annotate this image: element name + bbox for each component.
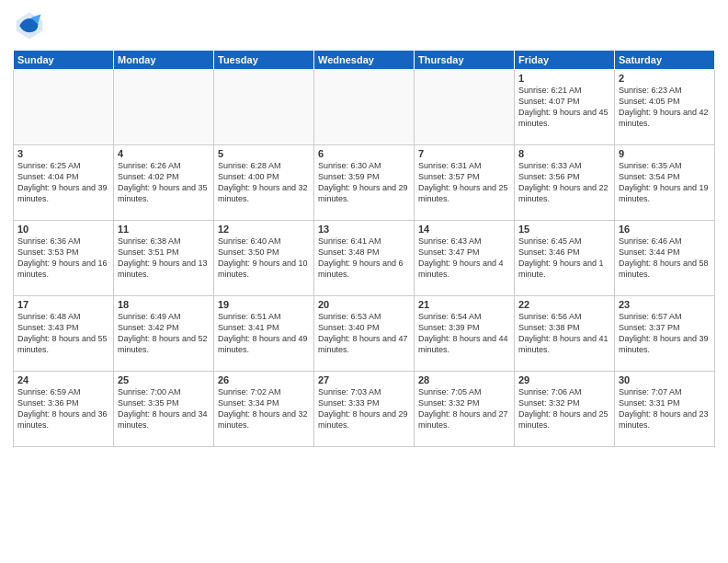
- day-info: Sunrise: 6:45 AM Sunset: 3:46 PM Dayligh…: [518, 236, 610, 281]
- calendar-cell: 15Sunrise: 6:45 AM Sunset: 3:46 PM Dayli…: [515, 221, 615, 296]
- calendar-cell: 6Sunrise: 6:30 AM Sunset: 3:59 PM Daylig…: [314, 145, 415, 221]
- day-number: 8: [518, 148, 610, 159]
- day-info: Sunrise: 6:49 AM Sunset: 3:42 PM Dayligh…: [118, 311, 210, 356]
- header: [13, 9, 715, 42]
- calendar-cell: 9Sunrise: 6:35 AM Sunset: 3:54 PM Daylig…: [615, 145, 715, 221]
- calendar-cell: 2Sunrise: 6:23 AM Sunset: 4:05 PM Daylig…: [615, 70, 715, 145]
- calendar-table: SundayMondayTuesdayWednesdayThursdayFrid…: [13, 50, 715, 447]
- day-number: 27: [318, 374, 410, 385]
- day-info: Sunrise: 6:56 AM Sunset: 3:38 PM Dayligh…: [518, 311, 610, 356]
- day-number: 3: [17, 148, 109, 159]
- day-number: 21: [418, 299, 510, 310]
- calendar-cell: 18Sunrise: 6:49 AM Sunset: 3:42 PM Dayli…: [114, 296, 214, 372]
- calendar-cell: 28Sunrise: 7:05 AM Sunset: 3:32 PM Dayli…: [415, 372, 515, 447]
- day-info: Sunrise: 6:28 AM Sunset: 4:00 PM Dayligh…: [218, 160, 310, 205]
- day-number: 25: [118, 374, 210, 385]
- day-number: 14: [418, 224, 510, 235]
- day-info: Sunrise: 6:35 AM Sunset: 3:54 PM Dayligh…: [619, 160, 711, 205]
- calendar-cell: 11Sunrise: 6:38 AM Sunset: 3:51 PM Dayli…: [114, 221, 214, 296]
- calendar-cell: 24Sunrise: 6:59 AM Sunset: 3:36 PM Dayli…: [14, 372, 114, 447]
- calendar-week-1: 3Sunrise: 6:25 AM Sunset: 4:04 PM Daylig…: [14, 145, 715, 221]
- calendar-cell: 25Sunrise: 7:00 AM Sunset: 3:35 PM Dayli…: [114, 372, 214, 447]
- weekday-header-thursday: Thursday: [415, 51, 515, 70]
- day-number: 22: [518, 299, 610, 310]
- day-info: Sunrise: 6:26 AM Sunset: 4:02 PM Dayligh…: [118, 160, 210, 205]
- day-info: Sunrise: 6:41 AM Sunset: 3:48 PM Dayligh…: [318, 236, 410, 281]
- calendar-cell: 8Sunrise: 6:33 AM Sunset: 3:56 PM Daylig…: [515, 145, 615, 221]
- calendar-cell: 19Sunrise: 6:51 AM Sunset: 3:41 PM Dayli…: [214, 296, 314, 372]
- day-number: 1: [518, 73, 610, 84]
- calendar-cell: [114, 70, 214, 145]
- day-number: 30: [619, 374, 711, 385]
- calendar-cell: 22Sunrise: 6:56 AM Sunset: 3:38 PM Dayli…: [515, 296, 615, 372]
- calendar-week-0: 1Sunrise: 6:21 AM Sunset: 4:07 PM Daylig…: [14, 70, 715, 145]
- day-info: Sunrise: 6:53 AM Sunset: 3:40 PM Dayligh…: [318, 311, 410, 356]
- calendar-cell: 10Sunrise: 6:36 AM Sunset: 3:53 PM Dayli…: [14, 221, 114, 296]
- day-number: 11: [118, 224, 210, 235]
- day-info: Sunrise: 7:05 AM Sunset: 3:32 PM Dayligh…: [418, 386, 510, 431]
- calendar-cell: 29Sunrise: 7:06 AM Sunset: 3:32 PM Dayli…: [515, 372, 615, 447]
- calendar-cell: 27Sunrise: 7:03 AM Sunset: 3:33 PM Dayli…: [314, 372, 415, 447]
- day-number: 18: [118, 299, 210, 310]
- day-number: 6: [318, 148, 410, 159]
- weekday-header-sunday: Sunday: [14, 51, 114, 70]
- day-number: 13: [318, 224, 410, 235]
- day-number: 24: [17, 374, 109, 385]
- calendar-week-3: 17Sunrise: 6:48 AM Sunset: 3:43 PM Dayli…: [14, 296, 715, 372]
- logo: [13, 9, 50, 42]
- calendar-cell: [415, 70, 515, 145]
- calendar-cell: 3Sunrise: 6:25 AM Sunset: 4:04 PM Daylig…: [14, 145, 114, 221]
- day-number: 16: [619, 224, 711, 235]
- calendar-cell: 21Sunrise: 6:54 AM Sunset: 3:39 PM Dayli…: [415, 296, 515, 372]
- weekday-header-saturday: Saturday: [615, 51, 715, 70]
- day-number: 9: [619, 148, 711, 159]
- day-info: Sunrise: 6:38 AM Sunset: 3:51 PM Dayligh…: [118, 236, 210, 281]
- calendar-cell: 1Sunrise: 6:21 AM Sunset: 4:07 PM Daylig…: [515, 70, 615, 145]
- day-info: Sunrise: 6:43 AM Sunset: 3:47 PM Dayligh…: [418, 236, 510, 281]
- calendar-cell: 13Sunrise: 6:41 AM Sunset: 3:48 PM Dayli…: [314, 221, 415, 296]
- weekday-header-friday: Friday: [515, 51, 615, 70]
- day-info: Sunrise: 7:03 AM Sunset: 3:33 PM Dayligh…: [318, 386, 410, 431]
- day-info: Sunrise: 6:51 AM Sunset: 3:41 PM Dayligh…: [218, 311, 310, 356]
- calendar-header-row: SundayMondayTuesdayWednesdayThursdayFrid…: [14, 51, 715, 70]
- day-number: 15: [518, 224, 610, 235]
- calendar-cell: 17Sunrise: 6:48 AM Sunset: 3:43 PM Dayli…: [14, 296, 114, 372]
- logo-icon: [13, 9, 46, 42]
- calendar-cell: 26Sunrise: 7:02 AM Sunset: 3:34 PM Dayli…: [214, 372, 314, 447]
- calendar-cell: [14, 70, 114, 145]
- calendar-cell: 23Sunrise: 6:57 AM Sunset: 3:37 PM Dayli…: [615, 296, 715, 372]
- day-info: Sunrise: 6:30 AM Sunset: 3:59 PM Dayligh…: [318, 160, 410, 205]
- day-info: Sunrise: 6:40 AM Sunset: 3:50 PM Dayligh…: [218, 236, 310, 281]
- calendar-cell: 20Sunrise: 6:53 AM Sunset: 3:40 PM Dayli…: [314, 296, 415, 372]
- day-info: Sunrise: 6:31 AM Sunset: 3:57 PM Dayligh…: [418, 160, 510, 205]
- day-info: Sunrise: 6:23 AM Sunset: 4:05 PM Dayligh…: [619, 85, 711, 130]
- day-info: Sunrise: 7:00 AM Sunset: 3:35 PM Dayligh…: [118, 386, 210, 431]
- day-number: 12: [218, 224, 310, 235]
- page: SundayMondayTuesdayWednesdayThursdayFrid…: [0, 0, 728, 563]
- calendar-cell: 30Sunrise: 7:07 AM Sunset: 3:31 PM Dayli…: [615, 372, 715, 447]
- day-info: Sunrise: 7:06 AM Sunset: 3:32 PM Dayligh…: [518, 386, 610, 431]
- day-number: 29: [518, 374, 610, 385]
- day-info: Sunrise: 6:59 AM Sunset: 3:36 PM Dayligh…: [17, 386, 109, 431]
- calendar-cell: 12Sunrise: 6:40 AM Sunset: 3:50 PM Dayli…: [214, 221, 314, 296]
- day-number: 2: [619, 73, 711, 84]
- calendar-week-2: 10Sunrise: 6:36 AM Sunset: 3:53 PM Dayli…: [14, 221, 715, 296]
- calendar-week-4: 24Sunrise: 6:59 AM Sunset: 3:36 PM Dayli…: [14, 372, 715, 447]
- day-number: 28: [418, 374, 510, 385]
- day-number: 26: [218, 374, 310, 385]
- day-info: Sunrise: 6:54 AM Sunset: 3:39 PM Dayligh…: [418, 311, 510, 356]
- day-info: Sunrise: 7:07 AM Sunset: 3:31 PM Dayligh…: [619, 386, 711, 431]
- day-number: 10: [17, 224, 109, 235]
- day-number: 19: [218, 299, 310, 310]
- calendar-cell: 4Sunrise: 6:26 AM Sunset: 4:02 PM Daylig…: [114, 145, 214, 221]
- calendar-cell: 7Sunrise: 6:31 AM Sunset: 3:57 PM Daylig…: [415, 145, 515, 221]
- calendar-cell: 14Sunrise: 6:43 AM Sunset: 3:47 PM Dayli…: [415, 221, 515, 296]
- calendar-cell: [314, 70, 415, 145]
- weekday-header-wednesday: Wednesday: [314, 51, 415, 70]
- calendar-cell: 5Sunrise: 6:28 AM Sunset: 4:00 PM Daylig…: [214, 145, 314, 221]
- day-number: 4: [118, 148, 210, 159]
- weekday-header-tuesday: Tuesday: [214, 51, 314, 70]
- day-info: Sunrise: 6:21 AM Sunset: 4:07 PM Dayligh…: [518, 85, 610, 130]
- day-info: Sunrise: 6:25 AM Sunset: 4:04 PM Dayligh…: [17, 160, 109, 205]
- day-info: Sunrise: 6:33 AM Sunset: 3:56 PM Dayligh…: [518, 160, 610, 205]
